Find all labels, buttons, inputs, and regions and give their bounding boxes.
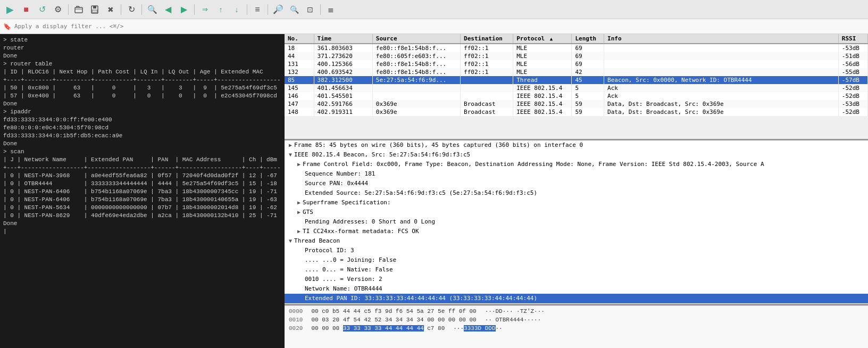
cell-destination bbox=[461, 92, 513, 100]
col-header-source[interactable]: Source bbox=[372, 34, 460, 44]
tree-toggle-icon[interactable]: ▶ bbox=[297, 227, 301, 236]
table-row[interactable]: 85382.3125005e:27:5a:54:f6:9d...Thread45… bbox=[285, 76, 868, 84]
cell-rssi: -57dB bbox=[838, 76, 867, 84]
col-header-length[interactable]: Length bbox=[572, 34, 604, 44]
table-row[interactable]: 18361.803603fe80::f8e1:54b8:f...ff02::1M… bbox=[285, 44, 868, 52]
svg-rect-0 bbox=[75, 7, 82, 13]
detail-item[interactable]: ▼ Thread Beacon bbox=[285, 236, 868, 246]
detail-item[interactable]: Pending Addresses: 0 Short and 0 Long bbox=[285, 217, 868, 227]
restart-capture-button[interactable]: ↺ bbox=[35, 3, 49, 16]
cell-time: 361.803603 bbox=[314, 44, 372, 52]
go-forward-button[interactable]: ▶ bbox=[177, 3, 191, 16]
detail-item-text: Pending Addresses: 0 Short and 0 Long bbox=[305, 218, 435, 226]
hex-ascii: ·· OTBR4444····· bbox=[485, 316, 541, 324]
hex-bytes: 00 c0 b5 44 44 c5 f3 9d f6 54 5a 27 5e f… bbox=[311, 307, 476, 316]
cell-rssi: -52dB bbox=[838, 92, 867, 100]
tree-toggle-icon[interactable]: ▼ bbox=[289, 151, 292, 159]
detail-item[interactable]: Extended Source: 5e:27:5a:54:f6:9d:f3:c5… bbox=[285, 188, 868, 198]
cell-info: Data, Dst: Broadcast, Src: 0x369e bbox=[604, 108, 839, 116]
detail-item[interactable]: Sequence Number: 181 bbox=[285, 169, 868, 179]
hex-bytes: 00 00 00 33 33 33 33 44 44 44 44 c7 80 bbox=[311, 324, 445, 333]
tree-toggle-icon[interactable]: ▶ bbox=[289, 141, 292, 150]
colorize-button[interactable]: ≡ bbox=[251, 3, 264, 16]
tree-toggle-icon[interactable]: ▶ bbox=[297, 208, 301, 217]
table-row[interactable]: 145401.456634IEEE 802.15.45Ack-52dB bbox=[285, 84, 868, 92]
cell-source: fe80::f8e1:54b8:f... bbox=[372, 44, 460, 52]
table-row[interactable]: 44371.273620fe80::605f:e603:f...ff02::1M… bbox=[285, 52, 868, 60]
col-header-rssi[interactable]: RSSI bbox=[838, 34, 867, 44]
detail-item[interactable]: Extended PAN ID: 33:33:33:33:44:44:44:44… bbox=[285, 294, 868, 303]
zoom-out-button[interactable]: 🔍 bbox=[287, 3, 301, 16]
tree-toggle-icon[interactable]: ▼ bbox=[289, 237, 292, 245]
cell-length: 69 bbox=[572, 44, 604, 52]
svg-rect-2 bbox=[93, 6, 96, 9]
hex-row: 002000 00 00 33 33 33 33 44 44 44 44 c7 … bbox=[289, 324, 864, 333]
col-header-no[interactable]: No. bbox=[285, 34, 314, 44]
detail-item[interactable]: Protocol ID: 3 bbox=[285, 246, 868, 255]
detail-item[interactable]: ▶ TI CC24xx-format metadata: FCS OK bbox=[285, 227, 868, 236]
hex-ascii: ···DD··· ·TZ'Z··· bbox=[485, 307, 545, 316]
detail-item[interactable]: Source PAN: 0x4444 bbox=[285, 179, 868, 188]
table-row[interactable]: 131400.125366fe80::f8e1:54b8:f...ff02::1… bbox=[285, 60, 868, 68]
stop-capture-button[interactable]: ■ bbox=[19, 3, 33, 16]
cell-time: 401.456634 bbox=[314, 84, 372, 92]
detail-item[interactable]: 0010 .... = Version: 2 bbox=[285, 275, 868, 284]
cell-info bbox=[604, 44, 839, 52]
filter-bar: 🔖 bbox=[0, 19, 868, 34]
col-header-destination[interactable]: Destination bbox=[461, 34, 513, 44]
go-back-button[interactable]: ◀ bbox=[161, 3, 175, 16]
terminal-panel: > state router Done > router table | ID … bbox=[0, 34, 285, 348]
detail-item-text: Source PAN: 0x4444 bbox=[305, 179, 368, 188]
zoom-reset-button[interactable]: ⊡ bbox=[303, 3, 317, 16]
detail-item-text: Network Name: OTBR4444 bbox=[305, 285, 382, 293]
cell-rssi: -53dB bbox=[838, 100, 867, 108]
detail-item[interactable]: ▶ GTS bbox=[285, 208, 868, 217]
cell-destination bbox=[461, 84, 513, 92]
col-header-time[interactable]: Time bbox=[314, 34, 372, 44]
open-file-button[interactable] bbox=[72, 3, 86, 16]
cell-no: 18 bbox=[285, 44, 314, 52]
zoom-in-button[interactable]: 🔎 bbox=[271, 3, 285, 16]
detail-item[interactable]: Network Name: OTBR4444 bbox=[285, 284, 868, 294]
detail-item[interactable]: ▶ Frame Control Field: 0xc000, Frame Typ… bbox=[285, 160, 868, 169]
table-row[interactable]: 147402.5917660x369eBroadcastIEEE 802.15.… bbox=[285, 100, 868, 108]
find-packet-button[interactable]: 🔍 bbox=[145, 3, 159, 16]
cell-info: Beacon, Src: 0x0000, Network ID: OTBR444… bbox=[604, 76, 839, 84]
start-capture-button[interactable]: ▶ bbox=[3, 3, 17, 16]
detail-item[interactable]: ▼ IEEE 802.15.4 Beacon, Src: 5e:27:5a:54… bbox=[285, 150, 868, 160]
tree-toggle-icon[interactable]: ▶ bbox=[297, 160, 301, 169]
table-row[interactable]: 132400.693542fe80::f8e1:54b8:f...ff02::1… bbox=[285, 68, 868, 76]
cell-source: fe80::605f:e603:f... bbox=[372, 52, 460, 60]
capture-options-button[interactable]: ⚙ bbox=[51, 3, 65, 16]
first-packet-button[interactable]: ↑ bbox=[214, 3, 228, 16]
col-header-info[interactable]: Info bbox=[604, 34, 839, 44]
reload-button[interactable]: ↻ bbox=[124, 3, 138, 16]
cell-info bbox=[604, 52, 839, 60]
cell-source bbox=[372, 84, 460, 92]
detail-item[interactable]: .... ...0 = Joining: False bbox=[285, 255, 868, 265]
table-row[interactable]: 146401.545501IEEE 802.15.45Ack-52dB bbox=[285, 92, 868, 100]
jump-to-button[interactable]: ⇒ bbox=[198, 3, 212, 16]
cell-protocol: MLE bbox=[513, 52, 572, 60]
cell-time: 402.591766 bbox=[314, 100, 372, 108]
tree-toggle-icon[interactable]: ▶ bbox=[297, 198, 301, 207]
cell-time: 400.125366 bbox=[314, 60, 372, 68]
detail-item[interactable]: .... 0... = Native: False bbox=[285, 265, 868, 275]
cell-length: 69 bbox=[572, 60, 604, 68]
separator-6 bbox=[268, 4, 268, 15]
separator-7 bbox=[320, 4, 321, 15]
packet-table-body: 18361.803603fe80::f8e1:54b8:f...ff02::1M… bbox=[285, 44, 868, 116]
table-row[interactable]: 148402.9193110x369eBroadcastIEEE 802.15.… bbox=[285, 108, 868, 116]
close-file-button[interactable]: ✖ bbox=[104, 3, 118, 16]
detail-item[interactable]: ▶ Frame 85: 45 bytes on wire (360 bits),… bbox=[285, 140, 868, 150]
display-filter-input[interactable] bbox=[14, 23, 865, 30]
col-header-protocol[interactable]: Protocol ▲ bbox=[513, 34, 572, 44]
cell-protocol: MLE bbox=[513, 68, 572, 76]
column-prefs-button[interactable]: ≣ bbox=[324, 3, 338, 16]
detail-item[interactable]: ▶ Superframe Specification: bbox=[285, 198, 868, 208]
cell-time: 382.312500 bbox=[314, 76, 372, 84]
save-file-button[interactable] bbox=[88, 3, 102, 16]
cell-source: 5e:27:5a:54:f6:9d... bbox=[372, 76, 460, 84]
cell-length: 69 bbox=[572, 52, 604, 60]
last-packet-button[interactable]: ↓ bbox=[230, 3, 244, 16]
